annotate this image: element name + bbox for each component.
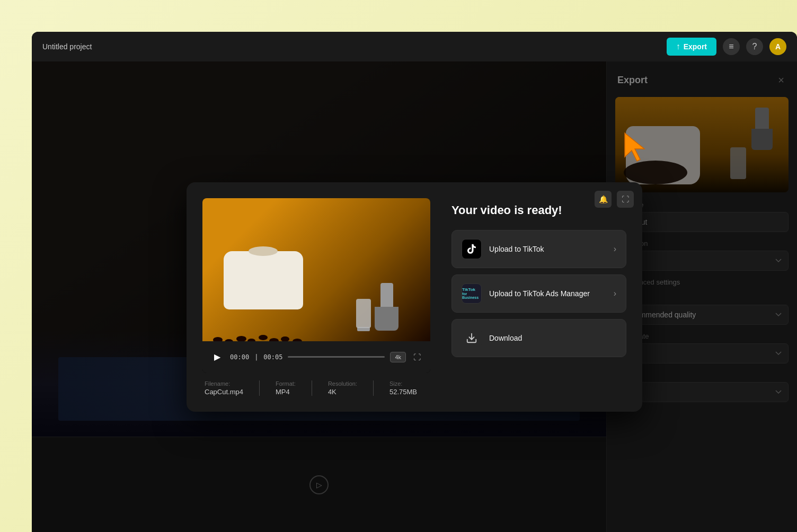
meta-format: Format: MP4 bbox=[276, 380, 296, 396]
scene-jar bbox=[356, 299, 371, 328]
layers-icon: ≡ bbox=[729, 42, 733, 51]
meta-filename-value: CapCut.mp4 bbox=[205, 388, 243, 396]
meta-size: Size: 52.75MB bbox=[389, 380, 417, 396]
meta-size-value: 52.75MB bbox=[389, 388, 417, 396]
meta-resolution: Resolution: 4K bbox=[328, 380, 357, 396]
modal-overlay: 🔔 ⛶ bbox=[32, 61, 797, 532]
video-content bbox=[202, 198, 430, 341]
video-current-time: 00:00 bbox=[230, 353, 249, 361]
video-progress-bar[interactable] bbox=[288, 356, 385, 358]
video-quality-badge: 4k bbox=[390, 352, 406, 362]
video-metadata: Filename: CapCut.mp4 Format: MP4 Resolut… bbox=[202, 380, 430, 396]
tiktok-icon-wrap bbox=[462, 239, 482, 259]
video-ready-modal: 🔔 ⛶ bbox=[187, 182, 642, 412]
tiktok-ads-icon-wrap: TikTok for Business bbox=[462, 283, 482, 304]
modal-top-icons: 🔔 ⛶ bbox=[595, 191, 634, 208]
upload-tiktok-ads-left: TikTok for Business Upload to TikTok Ads… bbox=[462, 283, 590, 304]
meta-divider-3 bbox=[373, 380, 374, 396]
fullscreen-icon: ⛶ bbox=[413, 353, 421, 361]
export-button[interactable]: ↑ Export bbox=[667, 38, 716, 56]
meta-format-label: Format: bbox=[276, 380, 296, 387]
meta-resolution-label: Resolution: bbox=[328, 380, 357, 387]
time-separator: | bbox=[254, 353, 258, 361]
tiktok-ads-logo: TikTok for Business bbox=[462, 288, 481, 299]
upload-tiktok-label: Upload to TikTok bbox=[489, 245, 544, 253]
editor-window: Untitled project ↑ Export ≡ ? A bbox=[32, 32, 797, 532]
help-icon: ? bbox=[752, 42, 757, 51]
video-preview-side: ▶ 00:00 | 00:05 4k ⛶ bbox=[202, 198, 430, 396]
download-label: Download bbox=[489, 334, 522, 342]
meta-divider-1 bbox=[259, 380, 260, 396]
share-options-side: Your video is ready! Upload to TikTok › bbox=[451, 198, 626, 396]
meta-filename: Filename: CapCut.mp4 bbox=[205, 380, 243, 396]
help-icon-button[interactable]: ? bbox=[746, 38, 763, 55]
video-controls: ▶ 00:00 | 00:05 4k ⛶ bbox=[202, 341, 430, 373]
content-area: ▷ Export × bbox=[32, 61, 797, 532]
top-bar-actions: ↑ Export ≡ ? A bbox=[667, 38, 786, 56]
download-icon-wrap bbox=[462, 328, 482, 348]
meta-filename-label: Filename: bbox=[205, 380, 243, 387]
top-bar: Untitled project ↑ Export ≡ ? A bbox=[32, 32, 797, 61]
meta-format-value: MP4 bbox=[276, 388, 296, 396]
tiktok-icon bbox=[466, 243, 477, 255]
tiktok-chevron-icon: › bbox=[614, 244, 616, 254]
video-player: ▶ 00:00 | 00:05 4k ⛶ bbox=[202, 198, 430, 373]
notification-icon: 🔔 bbox=[599, 195, 608, 203]
project-title: Untitled project bbox=[42, 42, 92, 51]
export-arrow-icon: ↑ bbox=[676, 42, 680, 51]
ads-chevron-icon: › bbox=[614, 289, 616, 298]
scene-bag bbox=[224, 251, 314, 331]
download-left: Download bbox=[462, 328, 522, 348]
video-play-button[interactable]: ▶ bbox=[210, 350, 225, 365]
meta-size-label: Size: bbox=[389, 380, 417, 387]
scene-moka-pot bbox=[375, 283, 398, 331]
fullscreen-button[interactable]: ⛶ bbox=[411, 351, 423, 363]
expand-icon: ⛶ bbox=[622, 195, 629, 203]
upload-ads-label: Upload to TikTok Ads Manager bbox=[489, 289, 590, 298]
meta-divider-2 bbox=[312, 380, 312, 396]
download-option[interactable]: Download bbox=[451, 319, 626, 357]
play-icon: ▶ bbox=[214, 352, 220, 362]
upload-tiktok-left: Upload to TikTok bbox=[462, 239, 544, 259]
notification-icon-button[interactable]: 🔔 bbox=[595, 191, 612, 208]
layers-icon-button[interactable]: ≡ bbox=[723, 38, 740, 55]
meta-resolution-value: 4K bbox=[328, 388, 357, 396]
download-icon bbox=[466, 332, 477, 344]
video-total-time: 00:05 bbox=[263, 353, 282, 361]
upload-tiktok-option[interactable]: Upload to TikTok › bbox=[451, 230, 626, 268]
expand-icon-button[interactable]: ⛶ bbox=[617, 191, 634, 208]
upload-tiktok-ads-option[interactable]: TikTok for Business Upload to TikTok Ads… bbox=[451, 274, 626, 313]
export-label: Export bbox=[684, 42, 707, 51]
user-avatar[interactable]: A bbox=[769, 38, 786, 55]
avatar-text: A bbox=[775, 42, 781, 51]
